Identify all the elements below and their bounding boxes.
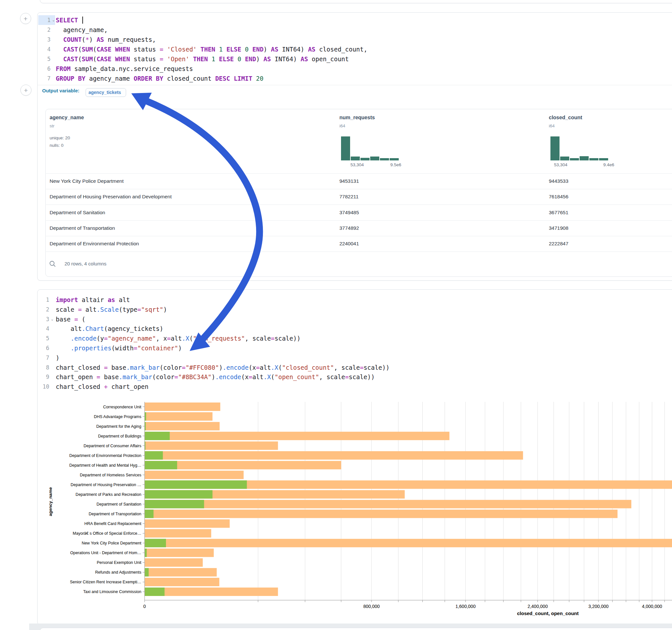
closed-count-bar: [145, 578, 219, 586]
open-count-bar: [145, 451, 163, 460]
closed-count-bar: [145, 432, 450, 440]
x-axis-tick-label: 2,400,000: [527, 604, 548, 609]
open-count-bar: [145, 441, 146, 450]
x-axis-tick-label: 800,000: [363, 604, 380, 609]
closed-count-bar: [145, 539, 672, 547]
y-axis-label: Department of Consumer Affairs: [83, 444, 141, 448]
open-count-bar: [145, 490, 213, 499]
x-axis-tick-label: 0: [143, 604, 146, 609]
closed-count-bar: [145, 529, 211, 538]
closed-count-bar: [145, 558, 203, 567]
open-count-bar: [145, 422, 146, 430]
closed-count-bar: [145, 441, 278, 450]
x-axis-tick-label: 4,000,000: [642, 604, 662, 609]
closed-count-bar: [145, 451, 523, 460]
y-axis-label: DHS Advantage Programs: [94, 414, 141, 419]
y-axis-label: Department of Sanitation: [97, 502, 141, 507]
open-count-bar: [145, 461, 177, 469]
closed-count-bar: [145, 470, 244, 479]
y-axis-label: Department of Parks and Recreation: [75, 492, 141, 497]
y-axis-label: Refunds and Adjustments: [95, 570, 141, 575]
open-count-bar: [145, 568, 149, 577]
open-count-bar: [145, 432, 170, 440]
y-axis-title: agency_name: [48, 487, 53, 516]
x-axis-tick-label: 1,600,000: [455, 604, 476, 609]
closed-count-bar: [145, 500, 631, 508]
open-count-bar: [145, 539, 166, 547]
open-count-bar: [145, 412, 146, 421]
closed-count-bar: [145, 568, 217, 577]
y-axis-label: Operations Unit - Department of Hom…: [70, 551, 141, 555]
closed-count-bar: [145, 403, 220, 411]
open-count-bar: [145, 480, 247, 489]
y-axis-label: New York City Police Department: [82, 541, 142, 546]
closed-count-bar: [145, 519, 230, 528]
y-axis-label: Department of Health and Mental Hyg…: [69, 463, 141, 468]
altair-bar-chart: Correspondence UnitDHS Advantage Program…: [0, 0, 672, 630]
closed-count-bar: [145, 549, 214, 557]
y-axis-label: Department of Homeless Services: [80, 473, 141, 477]
y-axis-label: Department of Transportation: [89, 512, 141, 516]
y-axis-label: Department of Buildings: [98, 434, 141, 438]
closed-count-bar: [145, 587, 278, 596]
closed-count-bar: [145, 510, 618, 518]
y-axis-label: Mayorâ€ s Office of Special Enforce…: [73, 531, 141, 536]
y-axis-label: Correspondence Unit: [103, 405, 142, 409]
x-axis-tick-label: 3,200,000: [589, 604, 608, 609]
y-axis-label: Taxi and Limousine Commission: [83, 589, 141, 594]
y-axis-label: Department of Housing Preservation …: [71, 483, 141, 487]
y-axis-label: HRA Benefit Card Replacement: [84, 522, 141, 526]
next-cell-edge: [40, 628, 672, 630]
y-axis-label: Department of Environmental Protection: [69, 453, 141, 458]
x-axis-title: closed_count, open_count: [517, 610, 579, 616]
closed-count-bar: [145, 412, 213, 421]
y-axis-label: Department for the Aging: [96, 424, 141, 429]
open-count-bar: [145, 549, 147, 557]
y-axis-label: Senior Citizen Rent Increase Exempti…: [70, 580, 141, 584]
open-count-bar: [145, 510, 154, 518]
open-count-bar: [145, 587, 165, 596]
open-count-bar: [145, 500, 204, 508]
notebook-page: { "colors": { "closed_bar": "#FFC080", "…: [0, 0, 672, 630]
closed-count-bar: [145, 422, 220, 430]
y-axis-label: Personal Exemption Unit: [97, 560, 141, 565]
